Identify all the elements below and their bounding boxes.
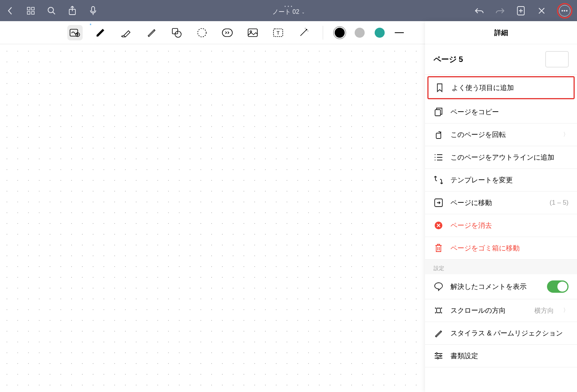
comment-icon [434,282,444,292]
clear-icon [434,220,444,230]
goto-icon [434,198,444,208]
rotate-page-item[interactable]: このページを回転 〉 [425,123,577,146]
svg-point-24 [440,355,441,357]
scroll-value: 横方向 [534,306,554,315]
doc-title[interactable]: • • • ノート 02⌄ [272,5,305,16]
svg-rect-0 [27,7,30,10]
bookmark-icon [435,83,445,93]
color-black[interactable] [335,28,345,38]
svg-text:T: T [277,30,280,36]
settings-section-label: 設定 [425,260,577,274]
trash-icon [434,243,444,253]
close-button[interactable] [536,5,547,16]
clear-page-item[interactable]: ページを消去 [425,214,577,237]
svg-point-23 [436,353,437,354]
more-menu-highlight: ••• [557,3,572,18]
lasso-tool[interactable] [194,25,210,40]
comments-toggle[interactable] [547,280,569,293]
scroll-icon [434,305,444,315]
stylus-icon [434,328,444,338]
image-tool[interactable] [245,25,260,40]
svg-point-25 [437,357,439,359]
color-gray[interactable] [355,28,365,38]
change-template-item[interactable]: テンプレートを変更 [425,169,577,192]
svg-point-12 [198,28,206,37]
stylus-item[interactable]: スタイラス & パームリジェクション [425,322,577,345]
svg-rect-1 [32,7,34,10]
copy-icon [434,107,444,117]
rotate-icon [434,130,444,140]
share-button[interactable] [67,5,78,16]
svg-rect-3 [32,12,34,14]
page-thumbnail[interactable] [545,51,569,67]
page-info-row: ページ 5 [425,44,577,75]
add-page-button[interactable] [515,5,526,16]
color-teal[interactable] [375,28,385,38]
chevron-right-icon: 〉 [563,131,569,138]
panel-title: 詳細 [425,21,577,44]
shape-tool[interactable] [169,25,184,40]
add-favorite-item[interactable]: よく使う項目に追加 [427,76,575,99]
svg-rect-18 [435,110,440,116]
zoom-tool[interactable] [67,25,83,40]
stroke-width[interactable] [395,32,404,33]
redo-button[interactable] [495,5,505,16]
svg-rect-6 [92,7,95,12]
scroll-direction-item[interactable]: スクロールの方向 横方向 〉 [425,299,577,322]
copy-page-item[interactable]: ページをコピー [425,101,577,123]
page-range: (1 – 5) [550,199,569,207]
search-button[interactable] [46,5,57,16]
undo-button[interactable] [474,5,485,16]
text-tool[interactable]: T [270,25,286,40]
template-icon [434,175,444,185]
sticker-tool[interactable] [220,25,235,40]
magic-tool[interactable] [296,25,311,40]
svg-rect-22 [437,308,440,313]
page-number-label: ページ 5 [434,54,463,65]
outline-icon [434,152,444,162]
more-button[interactable]: ••• [559,5,570,17]
trash-page-item[interactable]: ページをゴミ箱に移動 [425,237,577,260]
resolved-comments-item[interactable]: 解決したコメントを表示 [425,274,577,299]
titlebar: • • • ノート 02⌄ ••• [0,0,577,21]
mic-button[interactable] [88,5,98,16]
svg-rect-2 [27,12,30,14]
svg-rect-13 [222,29,232,37]
back-button[interactable] [5,5,15,16]
pen-tool[interactable]: * [93,25,108,40]
add-outline-item[interactable]: このページをアウトラインに追加 [425,146,577,169]
svg-point-15 [250,31,252,32]
svg-rect-8 [70,29,78,36]
highlighter-tool[interactable] [143,25,159,40]
eraser-tool[interactable] [118,25,133,40]
svg-rect-19 [436,133,441,138]
chevron-right-icon: 〉 [563,307,569,314]
sliders-icon [434,351,444,361]
svg-point-4 [48,7,53,13]
goto-page-item[interactable]: ページに移動 (1 – 5) [425,192,577,214]
grid-button[interactable] [25,5,36,16]
svg-point-11 [175,31,181,37]
doc-settings-item[interactable]: 書類設定 [425,345,577,367]
detail-panel: 詳細 ページ 5 よく使う項目に追加 ページをコピー このページを回転 〉 この… [425,21,577,392]
